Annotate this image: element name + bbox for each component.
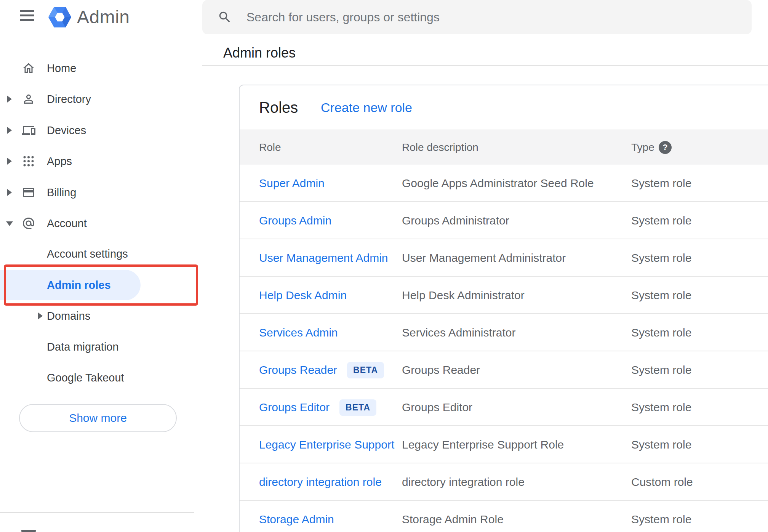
sidebar-item-apps[interactable]: Apps (0, 146, 195, 176)
chevron-right-icon (38, 312, 43, 319)
sidebar-item-label: Devices (47, 115, 86, 146)
search-icon (218, 10, 232, 24)
sidebar-item-domains[interactable]: Domains (0, 301, 195, 331)
role-link[interactable]: Legacy Enterprise Support (259, 438, 394, 451)
app-title: Admin (77, 6, 130, 28)
table-row: Services Admin Services Administrator Sy… (240, 314, 768, 351)
sidebar-item-label: Directory (47, 84, 91, 114)
sidebar-item-home[interactable]: Home (0, 53, 195, 83)
role-cell: Super Admin (259, 165, 325, 202)
role-link[interactable]: directory integration role (259, 476, 382, 489)
role-link[interactable]: Groups Editor (259, 401, 330, 414)
search-input[interactable] (246, 0, 734, 34)
create-new-role-link[interactable]: Create new role (321, 85, 412, 130)
table-row: Help Desk Admin Help Desk Administrator … (240, 277, 768, 314)
content-divider (202, 65, 768, 66)
role-description: Groups Reader (402, 351, 480, 389)
role-description: Google Apps Administrator Seed Role (402, 165, 594, 202)
table-row: Legacy Enterprise Support Legacy Enterpr… (240, 426, 768, 463)
chevron-right-icon (7, 189, 12, 196)
help-icon[interactable]: ? (659, 141, 672, 154)
role-type: System role (631, 314, 691, 351)
beta-badge: BETA (347, 362, 384, 378)
show-more-button[interactable]: Show more (19, 404, 177, 432)
credit-card-icon (22, 186, 35, 199)
table-row: directory integration role directory int… (240, 463, 768, 501)
role-type: System role (631, 277, 691, 314)
role-description: Help Desk Administrator (402, 277, 525, 314)
sidebar-item-label: Google Takeout (47, 362, 124, 393)
roles-table-body: Super Admin Google Apps Administrator Se… (240, 165, 768, 532)
at-sign-icon (22, 216, 35, 230)
home-icon (22, 61, 35, 75)
role-link[interactable]: User Management Admin (259, 252, 388, 264)
sidebar-item-label: Home (47, 53, 76, 83)
role-cell: directory integration role (259, 463, 382, 501)
table-row: Groups Reader BETA Groups Reader System … (240, 351, 768, 389)
role-type: System role (631, 501, 691, 532)
role-description: directory integration role (402, 463, 525, 501)
role-link[interactable]: Storage Admin (259, 513, 334, 526)
column-header-description: Role description (402, 130, 478, 165)
sidebar-item-directory[interactable]: Directory (0, 84, 195, 114)
sidebar-item-label: Apps (47, 146, 72, 176)
role-cell: Groups Reader BETA (259, 351, 384, 389)
table-row: User Management Admin User Management Ad… (240, 239, 768, 277)
sidebar-item-devices[interactable]: Devices (0, 115, 195, 146)
table-row: Groups Editor BETA Groups Editor System … (240, 389, 768, 426)
role-type: Custom role (631, 463, 693, 501)
table-row: Groups Admin Groups Administrator System… (240, 202, 768, 239)
sidebar-item-label: Account settings (47, 239, 128, 269)
roles-card-header: Roles Create new role (240, 85, 768, 130)
breadcrumb: Admin roles (223, 45, 296, 61)
sidebar-item-google-takeout[interactable]: Google Takeout (0, 362, 195, 393)
apps-icon (22, 154, 35, 168)
role-cell: User Management Admin (259, 239, 388, 277)
table-header-row: Role Role description Type ? (240, 130, 768, 165)
clipped-icon (21, 530, 36, 532)
role-link[interactable]: Super Admin (259, 177, 325, 190)
person-icon (22, 92, 35, 106)
role-type: System role (631, 426, 691, 463)
card-title: Roles (259, 85, 298, 130)
role-cell: Legacy Enterprise Support (259, 426, 394, 463)
sidebar-item-label: Admin roles (47, 270, 111, 300)
chevron-right-icon (7, 127, 12, 134)
role-description: User Management Administrator (402, 239, 566, 277)
admin-console: Admin Home Directory Devices Apps (0, 0, 768, 532)
role-link[interactable]: Groups Reader (259, 364, 337, 377)
sidebar-item-label: Domains (47, 301, 90, 331)
sidebar-item-data-migration[interactable]: Data migration (0, 332, 195, 362)
role-cell: Services Admin (259, 314, 338, 351)
menu-icon[interactable] (20, 10, 34, 21)
role-link[interactable]: Help Desk Admin (259, 289, 347, 302)
role-cell: Groups Admin (259, 202, 331, 239)
beta-badge: BETA (339, 399, 376, 416)
sidebar-item-billing[interactable]: Billing (0, 177, 195, 208)
role-description: Legacy Enterprise Support Role (402, 426, 564, 463)
role-type: System role (631, 202, 691, 239)
sidebar-item-label: Data migration (47, 332, 119, 362)
sidebar-item-admin-roles[interactable]: Admin roles (0, 270, 195, 300)
sidebar-item-label: Account (47, 208, 87, 239)
role-description: Services Administrator (402, 314, 515, 351)
role-type: System role (631, 165, 691, 202)
sidebar-item-account-settings[interactable]: Account settings (0, 239, 195, 269)
sidebar-item-account[interactable]: Account (0, 208, 195, 239)
sidebar: Admin Home Directory Devices Apps (0, 0, 202, 532)
devices-icon (22, 123, 35, 137)
role-description: Groups Administrator (402, 202, 509, 239)
role-link[interactable]: Services Admin (259, 326, 338, 339)
role-description: Groups Editor (402, 389, 472, 426)
role-link[interactable]: Groups Admin (259, 214, 331, 227)
role-description: Storage Admin Role (402, 501, 504, 532)
role-cell: Help Desk Admin (259, 277, 347, 314)
column-header-type: Type (631, 130, 654, 165)
table-row: Super Admin Google Apps Administrator Se… (240, 165, 768, 202)
chevron-right-icon (7, 158, 12, 165)
sidebar-divider (0, 512, 194, 513)
role-cell: Storage Admin (259, 501, 334, 532)
admin-logo-icon (48, 7, 71, 27)
chevron-down-icon (6, 221, 13, 226)
column-header-role: Role (259, 130, 281, 165)
